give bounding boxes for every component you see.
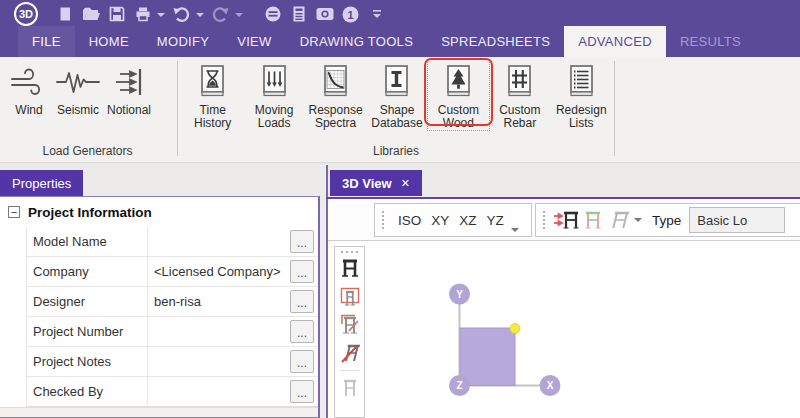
orientation-toolbar: ISO XY XZ YZ [374,203,532,237]
loads-display-icon[interactable] [554,206,580,234]
wind-button[interactable]: Wind [6,60,52,117]
tab-view[interactable]: VIEW [223,26,285,57]
group-separator [614,61,615,156]
toolbar-grip[interactable] [382,211,384,229]
print-dropdown-icon[interactable] [157,13,165,17]
display-toolbar: Type Basic Lo [535,203,800,237]
risa-3d-window: 3D [0,0,800,418]
group-separator [177,61,178,156]
company-field[interactable]: <Licensed Company> [147,257,288,286]
colored-members-icon[interactable] [580,206,606,234]
selected-node[interactable] [510,324,520,334]
load-type-select[interactable]: Basic Lo [689,207,785,233]
tab-home[interactable]: HOME [75,26,143,57]
tab-advanced[interactable]: ADVANCED [564,26,666,57]
property-row-designer: Designer ben-risa ... [26,287,318,317]
title-bar: 3D [0,0,800,26]
property-row-project-notes: Project Notes ... [26,347,318,377]
custom-rebar-button[interactable]: Custom Rebar [489,60,550,130]
yz-view-button[interactable]: YZ [482,213,509,228]
notional-button[interactable]: Notional [104,60,154,117]
custom-wood-button[interactable]: Custom Wood [428,60,489,130]
row-label: Company [27,264,147,279]
book-list-icon [563,62,600,102]
close-icon[interactable]: ✕ [401,177,410,190]
new-file-icon[interactable] [54,4,75,24]
z-axis-label: Z [456,380,462,391]
company-browse-button[interactable]: ... [290,260,314,283]
project-notes-browse-button[interactable]: ... [290,350,314,373]
tab-spreadsheets[interactable]: SPREADSHEETS [427,26,564,57]
tab-modify[interactable]: MODIFY [143,26,223,57]
tab-drawing-tools[interactable]: DRAWING TOOLS [286,26,427,57]
xy-view-button[interactable]: XY [426,213,454,228]
members-dropdown-icon[interactable] [634,218,642,222]
model-name-browse-button[interactable]: ... [290,230,314,253]
toolbar-grip[interactable] [543,211,545,229]
shape-database-button[interactable]: Shape Database [366,60,427,130]
open-folder-icon[interactable] [80,4,101,24]
redo-icon[interactable] [210,4,231,24]
iso-view-button[interactable]: ISO [393,213,426,228]
book-ibeam-icon [378,62,415,102]
redesign-lists-label: Redesign Lists [554,104,609,130]
3d-viewport[interactable]: Y Z X [328,241,800,418]
tab-file[interactable]: FILE [18,26,75,57]
view-toolbar-row: ISO XY XZ YZ Type Basic Lo [328,199,800,241]
wind-icon [9,62,49,102]
collapse-icon[interactable]: − [8,206,20,218]
undo-dropdown-icon[interactable] [196,13,204,17]
view-dropdown-icon[interactable] [511,228,519,232]
group-libraries: Time History Moving Loads Response Spect… [180,57,612,162]
section-title: Project Information [28,205,152,220]
project-information-header: − Project Information [0,197,318,227]
save-icon[interactable] [106,4,127,24]
snapshot-icon[interactable] [314,4,335,24]
checked-by-field[interactable] [147,377,288,406]
model-axes-graphic: Y Z X [328,241,800,418]
designer-field[interactable]: ben-risa [147,287,288,316]
row-label: Checked By [27,384,147,399]
view-1-icon[interactable]: 1 [340,4,361,24]
y-axis-label: Y [456,289,463,300]
customize-toolbar-icon[interactable] [366,4,387,24]
book-rebar-icon [501,62,538,102]
ribbon-advanced: Wind Seismic Notional Load Generators [0,57,800,163]
project-number-browse-button[interactable]: ... [290,320,314,343]
model-name-field[interactable] [147,227,288,256]
wind-label: Wind [15,104,42,117]
properties-panel: − Project Information Model Name ... Com… [0,196,320,418]
moving-loads-button[interactable]: Moving Loads [243,60,304,130]
solve-icon[interactable] [262,4,283,24]
project-notes-field[interactable] [147,347,288,376]
load-type-value: Basic Lo [697,213,747,228]
plate-member[interactable] [460,328,515,386]
seismic-label: Seismic [57,104,99,117]
designer-browse-button[interactable]: ... [290,290,314,313]
svg-text:1: 1 [347,8,353,20]
notional-icon [111,62,147,102]
book-decay-curve-icon [317,62,354,102]
checked-by-browse-button[interactable]: ... [290,380,314,403]
print-icon[interactable] [132,4,153,24]
row-label: Project Notes [27,354,147,369]
time-history-button[interactable]: Time History [182,60,243,130]
seismic-icon [55,62,101,102]
tab-results[interactable]: RESULTS [666,26,755,57]
custom-wood-label: Custom Wood [431,104,486,130]
project-number-field[interactable] [147,317,288,346]
ghost-members-icon[interactable] [606,206,632,234]
seismic-button[interactable]: Seismic [52,60,104,117]
group-load-generators: Wind Seismic Notional Load Generators [0,57,175,162]
redesign-lists-button[interactable]: Redesign Lists [551,60,612,130]
response-spectra-button[interactable]: Response Spectra [305,60,366,130]
xz-view-button[interactable]: XZ [454,213,481,228]
notional-label: Notional [107,104,151,117]
report-icon[interactable] [288,4,309,24]
time-history-label: Time History [185,104,240,130]
undo-icon[interactable] [171,4,192,24]
3d-view-tab[interactable]: 3D View ✕ [330,170,422,196]
type-label: Type [652,213,681,228]
redo-dropdown-icon[interactable] [235,13,243,17]
properties-tab[interactable]: Properties [0,170,83,196]
